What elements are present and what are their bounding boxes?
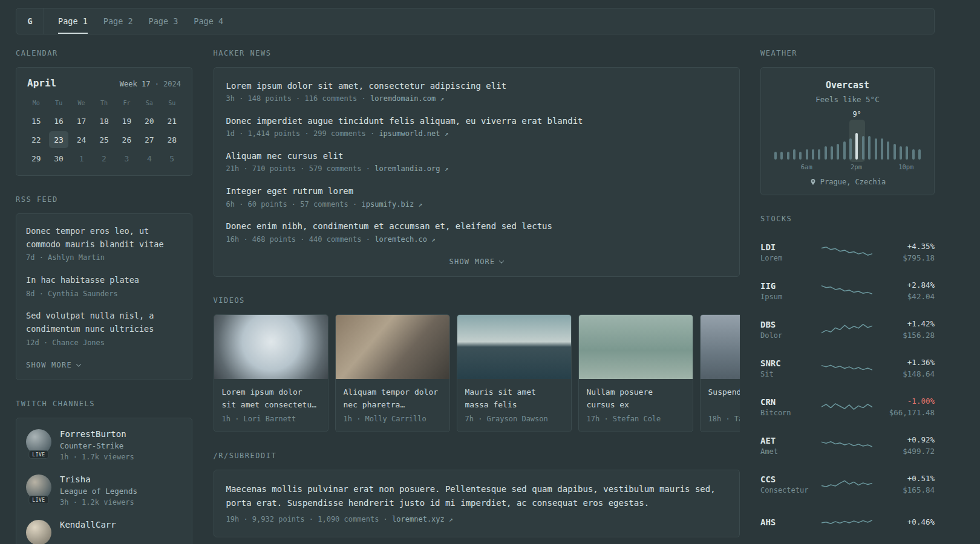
video-thumbnail [457, 315, 571, 379]
rss-title-link[interactable]: Donec tempor eros leo, ut commodo mauris… [26, 225, 182, 251]
section-title-calendar: CALENDAR [16, 49, 192, 57]
stock-id: SNRC Sit [760, 358, 814, 378]
chevron-down-icon [76, 362, 81, 367]
twitch-channel[interactable]: LIVE ForrestBurton Counter-Strike 1h · 1… [26, 429, 182, 461]
twitch-channel-info: ForrestBurton Counter-Strike 1h · 1.7k v… [60, 429, 134, 461]
tab-page-4[interactable]: Page 4 [194, 8, 223, 34]
right-column: WEATHER Overcast Feels like 5°C 9° 6am2p… [760, 49, 935, 544]
weather-bar [787, 152, 789, 160]
video-thumbnail [701, 315, 740, 379]
location-pin-icon [809, 178, 817, 186]
rss-title-link[interactable]: In hac habitasse platea [26, 274, 182, 287]
rss-meta: 12d · Chance Jones [26, 338, 182, 348]
stock-row[interactable]: IIG Ipsum +2.84% $42.04 [760, 271, 935, 310]
twitch-channel[interactable]: KendallCarr [26, 520, 182, 544]
stock-ticker: DBS [760, 320, 814, 329]
video-meta: 7h · Grayson Dawson [465, 415, 563, 423]
rss-show-more-button[interactable]: SHOW MORE [26, 361, 80, 369]
news-title-link[interactable]: Donec enim nibh, condimentum et accumsan… [226, 220, 727, 232]
weather-bar [887, 141, 889, 160]
weather-location: Prague, Czechia [820, 178, 886, 186]
weather-bar [893, 144, 896, 160]
twitch-channel-name: Trisha [60, 474, 137, 484]
video-card[interactable]: Suspendisse diam 18h · Tara [700, 314, 740, 432]
stock-row[interactable]: CRN Bitcorn -1.00% $66,171.48 [760, 387, 935, 426]
stock-sparkline [822, 436, 872, 455]
twitch-channel[interactable]: LIVE Trisha League of Legends 3h · 1.2k … [26, 474, 182, 507]
calendar-weekday: Fr [116, 100, 138, 106]
stocks-widget: STOCKS LDI Lorem +4.35% $795.18 [760, 215, 935, 542]
rss-title-link[interactable]: Sed volutpat nulla nisl, a condimentum n… [26, 309, 182, 335]
calendar-widget: CALENDAR April Week 17 · 2024 MoTuWeThFr… [16, 49, 192, 176]
show-more-label: SHOW MORE [26, 361, 72, 369]
tab-page-3[interactable]: Page 3 [149, 8, 178, 34]
stock-ticker: AHS [760, 517, 814, 527]
tab-page-2[interactable]: Page 2 [103, 8, 133, 34]
stock-row[interactable]: AHS +0.46% [760, 504, 935, 542]
stock-ticker: SNRC [760, 358, 814, 368]
news-source-link[interactable]: loremdomain.com ↗ [370, 94, 444, 103]
page-container: G Page 1 Page 2 Page 3 Page 4 CALENDAR A… [16, 8, 935, 544]
calendar-day: 18 [94, 112, 114, 129]
weather-bar [843, 141, 846, 160]
post-meta: 19h · 9,932 points · 1,090 comments · lo… [226, 514, 727, 525]
hn-show-more-row: SHOW MORE [226, 255, 727, 267]
stock-sparkline [822, 475, 872, 493]
left-column: CALENDAR April Week 17 · 2024 MoTuWeThFr… [16, 49, 192, 544]
video-card[interactable]: Aliquam tempor dolor nec pharetra… 1h · … [335, 314, 450, 432]
video-card[interactable]: Mauris sit amet massa felis 7h · Grayson… [457, 314, 572, 432]
post-source-link[interactable]: loremnet.xyz ↗ [392, 515, 453, 523]
news-meta: 3h · 148 points · 116 comments · loremdo… [226, 94, 727, 104]
news-item: Lorem ipsum dolor sit amet, consectetur … [226, 80, 727, 104]
news-item: Donec imperdiet augue tincidunt felis al… [226, 115, 727, 139]
video-body: Nullam posuere cursus ex 17h · Stefan Co… [579, 379, 693, 432]
section-title-videos: VIDEOS [214, 296, 740, 305]
news-title-link[interactable]: Lorem ipsum dolor sit amet, consectetur … [226, 80, 727, 92]
news-item: Aliquam nec cursus elit 21h · 710 points… [226, 150, 727, 174]
news-title-link[interactable]: Donec imperdiet augue tincidunt felis al… [226, 115, 727, 127]
calendar-day: 21 [162, 112, 181, 129]
calendar-weekday: Mo [25, 100, 47, 106]
stock-name: Dolor [760, 331, 814, 340]
news-meta-text: 6h · 60 points · 57 comments [226, 200, 348, 209]
stock-price: $42.04 [880, 292, 935, 301]
video-card[interactable]: Lorem ipsum dolor sit amet consectetu… 1… [214, 314, 328, 432]
stock-change: +1.36% [880, 358, 935, 367]
meta-separator: · [155, 80, 159, 88]
stock-row[interactable]: AET Amet +0.92% $499.72 [760, 426, 935, 465]
tab-page-1[interactable]: Page 1 [58, 8, 88, 34]
calendar-day: 19 [117, 112, 136, 129]
meta-separator: · [384, 515, 388, 523]
chevron-down-icon [499, 259, 504, 264]
stock-row[interactable]: CCS Consectetur +0.51% $165.84 [760, 465, 935, 504]
stock-row[interactable]: SNRC Sit +1.36% $148.64 [760, 349, 935, 387]
stock-row[interactable]: DBS Dolor +1.42% $156.28 [760, 310, 935, 349]
news-title-link[interactable]: Integer eget rutrum lorem [226, 185, 727, 197]
twitch-meta: 1h · 1.7k viewers [60, 453, 134, 461]
news-item: Donec enim nibh, condimentum et accumsan… [226, 220, 727, 244]
news-title-link[interactable]: Aliquam nec cursus elit [226, 150, 727, 162]
news-source-link[interactable]: ipsumworld.net ↗ [379, 129, 448, 138]
news-source-link[interactable]: loremlandia.org ↗ [374, 164, 448, 173]
weather-widget: WEATHER Overcast Feels like 5°C 9° 6am2p… [760, 49, 935, 195]
hn-show-more-button[interactable]: SHOW MORE [449, 257, 504, 266]
videos-widget: VIDEOS Lorem ipsum dolor sit amet consec… [214, 296, 740, 432]
stock-values: +1.42% $156.28 [880, 319, 935, 340]
post-title-link[interactable]: Maecenas mollis pulvinar erat non posuer… [226, 482, 727, 510]
stock-row[interactable]: LDI Lorem +4.35% $795.18 [760, 233, 935, 271]
stock-name: Bitcorn [760, 409, 814, 417]
video-card[interactable]: Nullam posuere cursus ex 17h · Stefan Co… [578, 314, 693, 432]
stock-sparkline [822, 359, 872, 377]
news-source-link[interactable]: ipsumify.biz ↗ [362, 200, 423, 209]
section-title-rss: RSS FEED [16, 195, 192, 204]
stocks-list: LDI Lorem +4.35% $795.18 IIG Ipsum [760, 233, 935, 542]
avatar [26, 520, 51, 544]
twitch-channel-info: KendallCarr [60, 520, 116, 529]
stock-change: +4.35% [880, 242, 935, 251]
stock-price: $148.64 [880, 369, 935, 378]
rss-item: Sed volutpat nulla nisl, a condimentum n… [26, 309, 182, 348]
news-source-text: ipsumify.biz [362, 200, 414, 209]
calendar-day: 4 [140, 150, 159, 167]
calendar-day: 20 [140, 112, 159, 129]
news-source-link[interactable]: loremtech.co ↗ [374, 235, 436, 244]
